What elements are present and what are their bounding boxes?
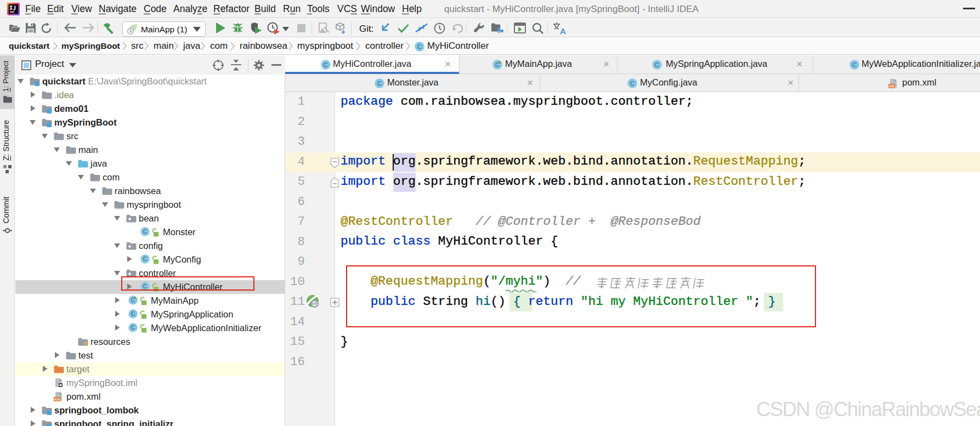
svg-text:<>: <> bbox=[54, 397, 60, 402]
svg-text:A: A bbox=[560, 26, 566, 35]
svg-text:C: C bbox=[131, 325, 135, 331]
svg-text:C: C bbox=[417, 43, 422, 50]
svg-text:<>: <> bbox=[889, 84, 894, 89]
svg-text:C: C bbox=[377, 80, 382, 87]
svg-text:C: C bbox=[131, 311, 135, 317]
svg-text:C: C bbox=[852, 61, 857, 68]
svg-text:C: C bbox=[143, 229, 148, 235]
svg-text:C: C bbox=[324, 61, 328, 68]
svg-text:C: C bbox=[655, 61, 659, 68]
svg-text:C: C bbox=[630, 80, 635, 87]
svg-text:C: C bbox=[143, 256, 148, 262]
